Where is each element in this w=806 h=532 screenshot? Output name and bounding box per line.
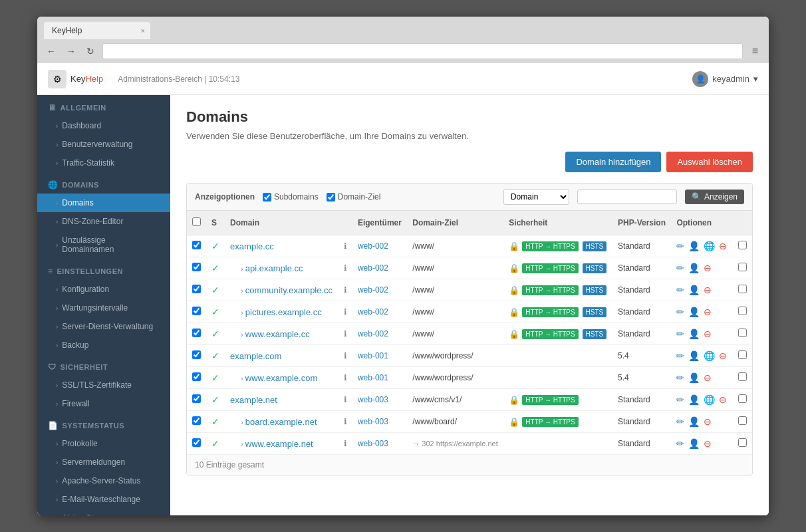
domain-link[interactable]: example.cc: [230, 241, 274, 251]
info-icon[interactable]: ℹ: [344, 263, 347, 273]
user-assign-icon[interactable]: 👤: [688, 372, 700, 383]
user-assign-icon[interactable]: 👤: [688, 438, 700, 449]
sidebar-item-ssl-tls[interactable]: › SSL/TLS-Zertifikate: [37, 376, 170, 394]
remove-icon[interactable]: ⊖: [704, 438, 712, 449]
remove-icon[interactable]: ⊖: [719, 394, 727, 405]
row-checkbox[interactable]: [192, 350, 201, 359]
row-checkbox[interactable]: [192, 372, 201, 381]
sidebar-item-e-mail-warteschlange[interactable]: › E-Mail-Warteschlange: [37, 490, 170, 509]
sidebar-item-protokolle[interactable]: › Protokolle: [37, 434, 170, 453]
browser-tab[interactable]: KeyHelp ×: [44, 22, 150, 39]
owner-link[interactable]: web-002: [358, 285, 388, 295]
subdomains-checkbox-option[interactable]: Subdomains: [263, 192, 319, 201]
remove-icon[interactable]: ⊖: [719, 241, 727, 251]
user-assign-icon[interactable]: 👤: [688, 394, 700, 405]
domain-link[interactable]: community.example.cc: [245, 285, 333, 295]
remove-icon[interactable]: ⊖: [704, 263, 712, 273]
forward-button[interactable]: →: [64, 45, 78, 58]
remove-icon[interactable]: ⊖: [704, 285, 712, 295]
row-select-checkbox[interactable]: [738, 241, 747, 249]
tab-close-button[interactable]: ×: [141, 27, 145, 35]
domain-ziel-checkbox-option[interactable]: Domain-Ziel: [327, 192, 381, 201]
sidebar-item-aktive-sitzungen[interactable]: › Aktive Sitzungen: [37, 509, 170, 515]
info-icon[interactable]: ℹ: [344, 373, 347, 382]
edit-icon[interactable]: ✏: [676, 285, 684, 295]
sidebar-item-backup[interactable]: › Backup: [37, 336, 170, 354]
row-select-checkbox[interactable]: [738, 285, 747, 293]
row-checkbox[interactable]: [192, 416, 201, 425]
globe-icon[interactable]: 🌐: [704, 241, 715, 251]
owner-link[interactable]: web-002: [358, 307, 388, 317]
info-icon[interactable]: ℹ: [344, 241, 347, 251]
owner-link[interactable]: web-001: [358, 373, 388, 382]
domain-link[interactable]: www.example.cc: [245, 329, 310, 339]
edit-icon[interactable]: ✏: [676, 241, 684, 251]
remove-icon[interactable]: ⊖: [704, 307, 712, 317]
remove-icon[interactable]: ⊖: [704, 372, 712, 383]
row-checkbox[interactable]: [192, 263, 201, 271]
filter-type-select[interactable]: Domain Eigentümer Domain-Ziel: [503, 189, 569, 205]
address-bar[interactable]: [102, 43, 743, 59]
row-checkbox[interactable]: [192, 329, 201, 337]
browser-menu-button[interactable]: ≡: [748, 44, 762, 59]
sidebar-item-unzulassige-domainnamen[interactable]: › Unzulässige Domainnamen: [37, 231, 170, 259]
remove-icon[interactable]: ⊖: [719, 350, 727, 361]
row-checkbox[interactable]: [192, 285, 201, 293]
row-checkbox[interactable]: [192, 241, 201, 249]
select-all-checkbox[interactable]: [192, 217, 201, 226]
row-checkbox[interactable]: [192, 438, 201, 447]
globe-icon[interactable]: 🌐: [704, 350, 715, 361]
filter-input[interactable]: [577, 190, 677, 204]
user-assign-icon[interactable]: 👤: [688, 263, 700, 273]
info-icon[interactable]: ℹ: [344, 417, 347, 426]
edit-icon[interactable]: ✏: [676, 438, 684, 449]
owner-link[interactable]: web-002: [358, 329, 388, 338]
back-button[interactable]: ←: [44, 45, 59, 58]
domain-link[interactable]: www.example.com: [245, 373, 317, 383]
sidebar-item-apache-server-status[interactable]: › Apache-Server-Status: [37, 471, 170, 490]
edit-icon[interactable]: ✏: [676, 416, 684, 427]
row-checkbox[interactable]: [192, 394, 201, 403]
show-button[interactable]: 🔍 Anzeigen: [685, 190, 744, 204]
edit-icon[interactable]: ✏: [676, 350, 684, 361]
info-icon[interactable]: ℹ: [344, 285, 347, 295]
row-checkbox[interactable]: [192, 307, 201, 315]
refresh-button[interactable]: ↻: [84, 45, 97, 58]
edit-icon[interactable]: ✏: [676, 394, 684, 405]
domain-link[interactable]: board.example.net: [245, 417, 317, 427]
sidebar-item-servermeldungen[interactable]: › Servermeldungen: [37, 453, 170, 471]
sidebar-item-firewall[interactable]: › Firewall: [37, 394, 170, 413]
row-select-checkbox[interactable]: [738, 394, 747, 403]
sidebar-item-server-dienst-verwaltung[interactable]: › Server-Dienst-Verwaltung: [37, 317, 170, 336]
remove-icon[interactable]: ⊖: [704, 416, 712, 427]
info-icon[interactable]: ℹ: [344, 439, 347, 448]
sidebar-item-traffic-statistik[interactable]: › Traffic-Statistik: [37, 154, 170, 172]
user-area[interactable]: 👤 keyadmin ▾: [692, 71, 758, 87]
remove-icon[interactable]: ⊖: [704, 329, 712, 339]
edit-icon[interactable]: ✏: [676, 372, 684, 383]
owner-link[interactable]: web-003: [358, 395, 388, 404]
user-assign-icon[interactable]: 👤: [688, 307, 700, 317]
info-icon[interactable]: ℹ: [344, 395, 347, 404]
row-select-checkbox[interactable]: [738, 372, 747, 381]
sidebar-item-wartungsintervalle[interactable]: › Wartungsintervalle: [37, 299, 170, 317]
owner-link[interactable]: web-003: [358, 439, 388, 448]
domain-link[interactable]: www.example.net: [245, 439, 313, 449]
domain-link[interactable]: pictures.example.cc: [245, 307, 322, 317]
sidebar-item-benutzerverwaltung[interactable]: › Benutzerverwaltung: [37, 135, 170, 154]
user-assign-icon[interactable]: 👤: [688, 350, 700, 361]
globe-icon[interactable]: 🌐: [704, 394, 715, 405]
domain-link[interactable]: example.com: [230, 351, 281, 361]
row-select-checkbox[interactable]: [738, 438, 747, 447]
domain-link[interactable]: example.net: [230, 395, 277, 405]
owner-link[interactable]: web-003: [358, 417, 388, 426]
row-select-checkbox[interactable]: [738, 263, 747, 271]
info-icon[interactable]: ℹ: [344, 307, 347, 317]
user-assign-icon[interactable]: 👤: [688, 285, 700, 295]
domain-ziel-checkbox[interactable]: [327, 193, 335, 201]
info-icon[interactable]: ℹ: [344, 351, 347, 360]
domain-link[interactable]: api.example.cc: [245, 263, 303, 273]
row-select-checkbox[interactable]: [738, 307, 747, 315]
edit-icon[interactable]: ✏: [676, 329, 684, 339]
row-select-checkbox[interactable]: [738, 350, 747, 359]
